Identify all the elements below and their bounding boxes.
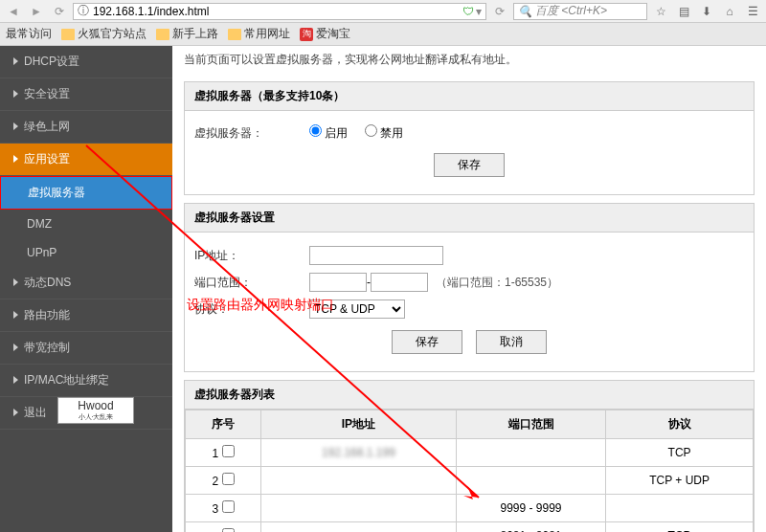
- row-checkbox[interactable]: [222, 500, 235, 513]
- star-icon[interactable]: ☆: [651, 3, 670, 20]
- globe-icon: ⓘ: [78, 3, 89, 19]
- chevron-right-icon: [13, 90, 18, 98]
- bookmarks-icon[interactable]: ▤: [674, 3, 693, 20]
- port-to-input[interactable]: [371, 273, 428, 292]
- panel-title: 虚拟服务器设置: [185, 204, 754, 233]
- radio-label: 禁用: [380, 126, 403, 140]
- sidebar-item-label: 应用设置: [24, 152, 70, 166]
- chevron-right-icon: [13, 311, 18, 319]
- sidebar-item-bw[interactable]: 带宽控制: [0, 332, 172, 365]
- bookmarks-bar: 最常访问 火狐官方站点 新手上路 常用网址 淘爱淘宝: [0, 23, 766, 46]
- sidebar-item-label: DMZ: [27, 217, 52, 231]
- save-button[interactable]: 保存: [434, 153, 505, 177]
- cell-port: [456, 467, 605, 495]
- menu-icon[interactable]: ☰: [743, 3, 762, 20]
- browser-toolbar: ◄ ► ⟳ ⓘ 192.168.1.1/index.html 🛡 ▾ ⟳ 🔍 百…: [0, 0, 766, 23]
- th-port: 端口范围: [456, 410, 605, 439]
- sidebar-item-ipmac[interactable]: IP/MAC地址绑定: [0, 365, 172, 397]
- page-description: 当前页面可以设置虚拟服务器，实现将公网地址翻译成私有地址。: [184, 46, 755, 74]
- sidebar-item-route[interactable]: 路由功能: [0, 299, 172, 332]
- cell-proto: [606, 495, 754, 522]
- url-text: 192.168.1.1/index.html: [93, 5, 209, 18]
- cell-port: [456, 439, 605, 467]
- cell-ip: [261, 467, 457, 495]
- table-row[interactable]: 3 9999 - 9999: [186, 495, 754, 522]
- vserver-table: 序号 IP地址 端口范围 协议 1 192.168.1.199TCP2 TCP …: [185, 410, 754, 532]
- url-bar[interactable]: ⓘ 192.168.1.1/index.html 🛡 ▾: [73, 3, 486, 20]
- sidebar-item-app[interactable]: 应用设置: [0, 144, 172, 176]
- cell-ip: [261, 522, 457, 533]
- refresh-button[interactable]: ⟳: [490, 3, 509, 20]
- cell-no: 1: [186, 439, 261, 467]
- bookmark-most-visited[interactable]: 最常访问: [6, 26, 52, 42]
- shield-icon: 🛡: [462, 5, 474, 18]
- folder-icon: [61, 29, 75, 40]
- chevron-right-icon: [13, 155, 18, 163]
- radio-enable[interactable]: 启用: [309, 126, 348, 140]
- sidebar-item-label: 绿色上网: [24, 120, 70, 133]
- bookmark-common[interactable]: 常用网址: [228, 26, 290, 42]
- cell-port: 9999 - 9999: [456, 495, 605, 522]
- forward-button[interactable]: ►: [27, 3, 46, 20]
- chevron-right-icon: [13, 122, 18, 130]
- search-placeholder: 百度 <Ctrl+K>: [535, 3, 607, 19]
- panel-list: 虚拟服务器列表 序号 IP地址 端口范围 协议 1 192.168.1.199T…: [184, 380, 755, 532]
- th-ip: IP地址: [261, 410, 457, 439]
- sidebar-item-label: 带宽控制: [24, 341, 70, 354]
- bookmark-label: 常用网址: [244, 26, 290, 42]
- row-checkbox[interactable]: [222, 445, 235, 457]
- chevron-right-icon: [13, 57, 18, 65]
- reload-dropdown[interactable]: ⟳: [50, 3, 69, 20]
- ip-label: IP地址：: [194, 248, 309, 264]
- sidebar-item-label: 安全设置: [24, 87, 70, 100]
- cell-ip: [261, 495, 457, 522]
- bookmark-firefox[interactable]: 火狐官方站点: [61, 26, 146, 42]
- back-button[interactable]: ◄: [4, 3, 23, 20]
- sidebar-item-label: UPnP: [27, 246, 56, 259]
- download-icon[interactable]: ⬇: [697, 3, 716, 20]
- table-row[interactable]: 2 TCP + UDP: [186, 467, 754, 495]
- radio-label: 启用: [325, 126, 348, 140]
- save-button[interactable]: 保存: [392, 330, 462, 354]
- bookmark-label: 火狐官方站点: [78, 26, 146, 42]
- folder-icon: [228, 29, 241, 40]
- chevron-right-icon: [13, 376, 18, 384]
- bookmark-label: 爱淘宝: [316, 26, 350, 42]
- proto-label: 协议：: [194, 301, 309, 318]
- ip-input[interactable]: [309, 246, 443, 265]
- th-proto: 协议: [606, 410, 754, 439]
- cancel-button[interactable]: 取消: [476, 330, 547, 354]
- dropdown-icon[interactable]: ▾: [476, 5, 482, 18]
- sidebar-sub-upnp[interactable]: UPnP: [0, 238, 172, 267]
- panel-settings: 虚拟服务器设置 IP地址： 端口范围： - （端口范围：1-65535） 协议：…: [184, 203, 755, 372]
- proto-select[interactable]: TCP & UDP: [309, 299, 405, 319]
- bookmark-newbie[interactable]: 新手上路: [156, 26, 218, 42]
- radio-disable[interactable]: 禁用: [365, 126, 403, 140]
- sidebar-item-security[interactable]: 安全设置: [0, 78, 172, 111]
- sidebar-item-green[interactable]: 绿色上网: [0, 111, 172, 144]
- bookmark-ataobao[interactable]: 淘爱淘宝: [300, 26, 350, 42]
- sidebar: DHCP设置 安全设置 绿色上网 应用设置 虚拟服务器 DMZ UPnP 动态D…: [0, 46, 172, 532]
- table-row[interactable]: 4 8081 - 8081TCP: [186, 522, 754, 533]
- search-icon: 🔍: [518, 5, 532, 18]
- chevron-right-icon: [13, 344, 18, 351]
- port-from-input[interactable]: [309, 273, 367, 292]
- sidebar-sub-dmz[interactable]: DMZ: [0, 210, 172, 238]
- cell-proto: TCP: [606, 522, 754, 533]
- sidebar-sub-vserver[interactable]: 虚拟服务器: [0, 176, 172, 210]
- watermark-logo: Hwood小人·大乱来: [57, 397, 134, 424]
- sidebar-item-label: 虚拟服务器: [28, 186, 85, 199]
- sidebar-item-dhcp[interactable]: DHCP设置: [0, 46, 172, 78]
- th-no: 序号: [186, 410, 261, 439]
- table-row[interactable]: 1 192.168.1.199TCP: [186, 439, 754, 467]
- panel-title: 虚拟服务器列表: [185, 381, 754, 410]
- search-box[interactable]: 🔍 百度 <Ctrl+K>: [513, 3, 647, 20]
- home-icon[interactable]: ⌂: [720, 3, 739, 20]
- row-checkbox[interactable]: [222, 473, 235, 485]
- panel-title: 虚拟服务器（最多支持10条）: [185, 82, 754, 111]
- sidebar-item-ddns[interactable]: 动态DNS: [0, 267, 172, 299]
- sidebar-item-label: 路由功能: [24, 308, 70, 321]
- row-checkbox[interactable]: [222, 528, 235, 532]
- cell-no: 4: [186, 522, 261, 533]
- sidebar-item-label: 动态DNS: [24, 276, 71, 289]
